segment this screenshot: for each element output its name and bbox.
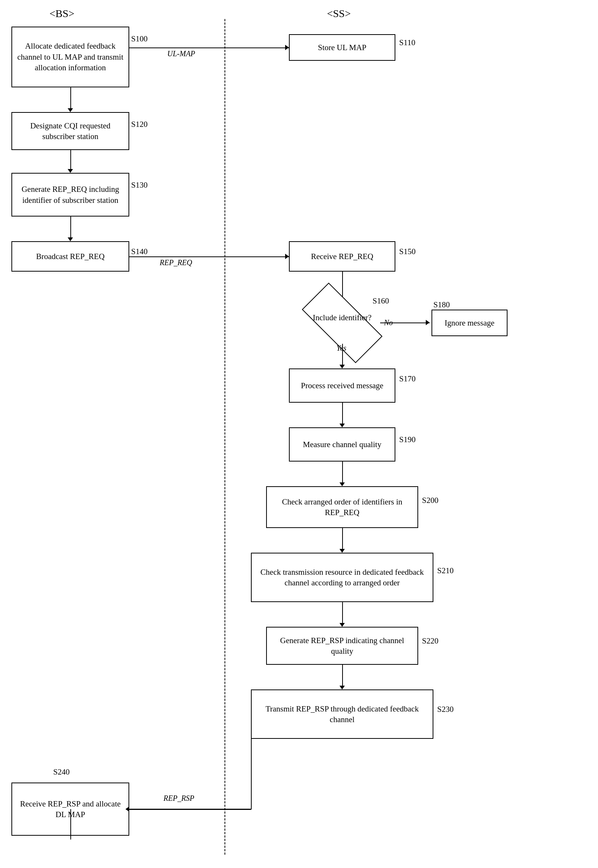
box-s110: Store UL MAP [289, 34, 395, 61]
label-s200: S200 [422, 496, 438, 505]
box-s190: Measure channel quality [289, 427, 395, 462]
box-s220: Generate REP_RSP indicating channel qual… [266, 627, 418, 665]
rep-req-label: REP_REQ [160, 258, 192, 267]
box-s210: Check transmission resource in dedicated… [251, 553, 433, 602]
box-s100: Allocate dedicated feedback channel to U… [11, 27, 129, 87]
box-s120: Designate CQI requested subscriber stati… [11, 112, 129, 150]
arrow-s210-s220 [342, 602, 343, 625]
label-s140: S140 [131, 247, 148, 256]
arrowhead-s210-s220 [339, 623, 345, 627]
arrow-s120-s130 [70, 150, 71, 171]
label-s230: S230 [437, 705, 454, 714]
label-s220: S220 [422, 636, 438, 646]
box-s180: Ignore message [431, 310, 508, 336]
ss-header: <SS> [327, 8, 351, 20]
arrow-s230-down [251, 739, 252, 809]
label-s240: S240 [53, 767, 70, 777]
arrowhead-s220-s230 [339, 686, 345, 689]
label-s190: S190 [399, 435, 416, 444]
arrow-s190-s200 [342, 462, 343, 484]
box-s170: Process received message [289, 368, 395, 403]
label-s210: S210 [437, 566, 454, 576]
arrow-to-s240 [70, 809, 71, 840]
box-s150: Receive REP_REQ [289, 241, 395, 272]
arrowhead-rep-req [285, 254, 289, 259]
label-s100: S100 [131, 34, 148, 44]
arrow-no [380, 323, 430, 323]
center-divider [224, 19, 225, 855]
arrow-yes [342, 344, 343, 367]
arrowhead-no [426, 320, 430, 325]
box-s140: Broadcast REP_REQ [11, 241, 129, 272]
arrow-ul-map [129, 47, 289, 48]
yes-label: Yes [336, 344, 346, 353]
arrow-s200-s210 [342, 528, 343, 551]
label-s180: S180 [433, 300, 450, 310]
arrowhead-s190-s200 [339, 482, 345, 486]
arrow-s170-s190 [342, 403, 343, 425]
arrow-rep-req [129, 256, 289, 257]
arrowhead-yes [339, 365, 345, 368]
diagram: <BS> <SS> Allocate dedicated feedback ch… [0, 0, 598, 868]
arrowhead-s100-s120 [68, 108, 73, 112]
arrowhead-s170-s190 [339, 424, 345, 427]
label-s130: S130 [131, 180, 148, 190]
arrow-s130-s140 [70, 217, 71, 239]
arrowhead-s120-s130 [68, 169, 73, 173]
arrow-h-rep-rsp [129, 809, 252, 810]
box-s230: Transmit REP_RSP through dedicated feedb… [251, 689, 433, 739]
arrow-s220-s230 [342, 665, 343, 688]
label-s170: S170 [399, 374, 416, 384]
arrow-s100-s120 [70, 87, 71, 110]
box-s130: Generate REP_REQ including identifier of… [11, 173, 129, 217]
label-s110: S110 [399, 38, 415, 47]
label-s150: S150 [399, 247, 416, 256]
bs-header: <BS> [49, 8, 75, 20]
arrowhead-s130-s140 [68, 237, 73, 241]
box-s200: Check arranged order of identifiers in R… [266, 486, 418, 528]
diamond-text-s160: Include identifier? [308, 313, 376, 323]
ul-map-label: UL-MAP [167, 49, 195, 58]
rep-rsp-label: REP_RSP [163, 794, 194, 803]
label-s120: S120 [131, 120, 148, 129]
arrowhead-s200-s210 [339, 549, 345, 553]
arrowhead-rep-rsp [125, 806, 129, 812]
arrowhead-ul-map [285, 45, 289, 50]
